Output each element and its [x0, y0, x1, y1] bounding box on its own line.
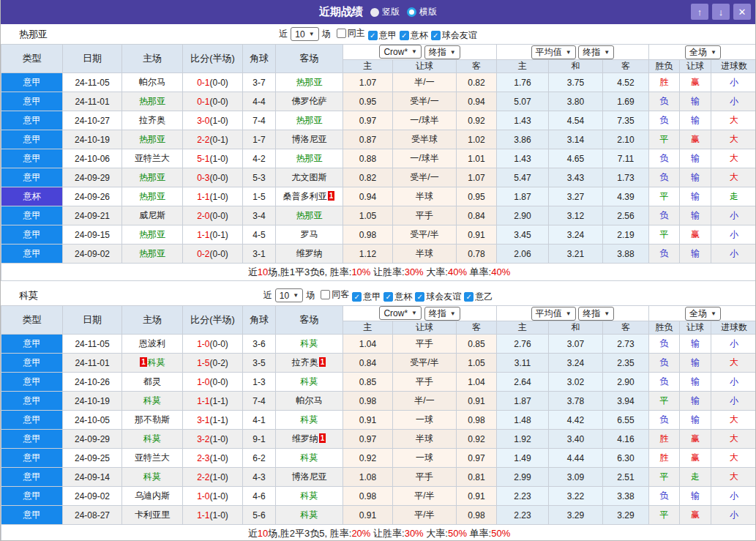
filter-checkbox-item[interactable]: 同客 — [321, 288, 349, 301]
summary-segment: 近 — [248, 528, 258, 539]
layout-radio-vertical[interactable]: 竖版 — [370, 6, 400, 18]
filter-checkbox-item[interactable]: ✓球会友谊 — [415, 291, 461, 303]
avg-draw-cell: 3.22 — [549, 487, 603, 506]
fulltime-score: 1-1 — [197, 510, 209, 521]
avg-away-cell: 2.73 — [603, 335, 649, 354]
checkbox-checked-icon[interactable]: ✓ — [464, 292, 474, 302]
filter-bar: 近 10 ▼ 场 同客✓意甲✓意杯✓球会友谊✓意乙 — [263, 288, 493, 303]
summary-segment: 让胜率: — [370, 528, 404, 539]
avg-home-cell: 1.49 — [497, 449, 549, 468]
games-count-select[interactable]: 10 ▼ — [275, 288, 303, 302]
checkbox-checked-icon[interactable]: ✓ — [352, 292, 362, 302]
games-count-select[interactable]: 10 ▼ — [291, 27, 318, 41]
filter-checkbox-label: 意杯 — [411, 29, 428, 42]
result-goals-cell: 大 — [711, 430, 756, 449]
bookmaker-select[interactable]: Crow*▼ — [379, 306, 422, 320]
filter-checkbox-item[interactable]: ✓意杯 — [400, 29, 428, 42]
away-team-cell: 热那亚 — [276, 111, 343, 130]
move-down-button[interactable]: ↓ — [712, 4, 730, 20]
result-goals-cell: 大 — [711, 168, 756, 187]
halftime-score: (0-1) — [210, 230, 228, 240]
close-button[interactable]: ✕ — [733, 4, 751, 20]
checkbox-checked-icon[interactable]: ✓ — [400, 31, 409, 40]
odds-away-cell: 0.98 — [457, 506, 497, 525]
odds-handicap-cell: 受平/半 — [393, 225, 457, 245]
col-avg-draw: 和 — [549, 60, 603, 73]
result-handicap-cell: 赢 — [680, 506, 711, 525]
layout-radio-horizontal[interactable]: 横版 — [407, 6, 437, 18]
filter-checkbox-label: 意杯 — [394, 291, 412, 303]
avg-home-cell: 5.47 — [497, 168, 549, 187]
avg-time-select[interactable]: 终指▼ — [578, 307, 614, 321]
team-label: 恩波利 — [139, 338, 165, 348]
checkbox-checked-icon[interactable]: ✓ — [415, 292, 424, 302]
team-label: 乌迪内斯 — [135, 490, 170, 501]
home-team-cell: 科莫 — [122, 468, 183, 487]
period-select[interactable]: 全场▼ — [685, 45, 721, 59]
bookmaker-select[interactable]: Crow*▼ — [379, 45, 422, 59]
summary-segment: 场,胜1平3负6, 胜率: — [268, 266, 351, 277]
date-cell: 24-09-02 — [63, 245, 122, 264]
table-row: 意甲24-11-01热那亚0-1(0-0)4-4佛罗伦萨0.95受半/一0.94… — [1, 92, 756, 111]
home-team-cell: 科莫 — [122, 392, 183, 411]
team-label: 维罗纳 — [292, 433, 318, 444]
filter-checkbox-item[interactable]: ✓球会友谊 — [431, 29, 477, 42]
type-cell: 意甲 — [1, 245, 63, 264]
odds-time-select[interactable]: 终指▼ — [424, 307, 460, 321]
filter-checkbox-label: 同主 — [348, 27, 365, 40]
team-name: 热那亚 — [19, 28, 48, 41]
odds-away-cell: 1.02 — [457, 130, 497, 149]
team-label: 帕尔马 — [139, 77, 165, 87]
summary-segment: 20% — [351, 528, 370, 539]
result-goals-cell: 小 — [711, 245, 756, 264]
chevron-down-icon: ▼ — [293, 292, 299, 299]
results-tbody: 意甲24-11-05恩波利1-0(0-0)3-6科莫1.04平手0.852.76… — [1, 335, 756, 525]
col-avg-draw: 和 — [549, 321, 603, 335]
odds-handicap-cell: 半球 — [393, 245, 457, 264]
radio-selected-icon[interactable] — [407, 7, 416, 17]
filter-checkbox-item[interactable]: 同主 — [337, 27, 365, 40]
score-cell: 1-0(0-0) — [183, 335, 243, 354]
filter-checkbox-item[interactable]: ✓意乙 — [464, 291, 493, 303]
filter-checkbox-label: 意乙 — [475, 291, 493, 303]
avg-home-cell: 3.11 — [497, 354, 549, 373]
table-row: 意甲24-11-05帕尔马0-1(0-0)3-7热那亚1.07半/一0.821.… — [1, 73, 756, 92]
summary-segment: 单率: — [467, 528, 491, 539]
result-handicap-cell: 输 — [680, 411, 711, 430]
checkbox-checked-icon[interactable]: ✓ — [383, 292, 393, 302]
filter-checkbox-label: 球会友谊 — [442, 29, 477, 42]
checkbox-checked-icon[interactable]: ✓ — [431, 31, 441, 40]
corner-cell: 1-7 — [243, 130, 276, 149]
odds-home-cell: 1.04 — [343, 335, 393, 354]
result-wl-cell: 负 — [649, 354, 680, 373]
avg-draw-cell: 3.02 — [549, 373, 603, 392]
move-up-button[interactable]: ↑ — [691, 4, 708, 20]
home-team-cell: 热那亚 — [122, 245, 183, 264]
odds-away-cell: 0.85 — [457, 335, 497, 354]
table-row: 意甲24-09-25亚特兰大2-3(1-0)6-2科莫0.92一球0.971.4… — [1, 449, 756, 468]
odds-time-select[interactable]: 终指▼ — [424, 45, 460, 59]
avg-time-select[interactable]: 终指▼ — [578, 45, 614, 59]
filter-checkbox-item[interactable]: ✓意杯 — [383, 291, 412, 303]
home-team-cell: 亚特兰大 — [122, 149, 183, 168]
odds-away-cell: 0.94 — [457, 92, 497, 111]
score-cell: 1-1(0-1) — [183, 225, 243, 245]
average-select[interactable]: 平均值▼ — [531, 307, 576, 321]
avg-draw-cell: 3.09 — [549, 468, 603, 487]
avg-home-cell: 1.48 — [497, 411, 549, 430]
summary-segment: 近 — [248, 266, 258, 277]
summary-segment: 大率: — [424, 266, 448, 277]
checkbox-unchecked-icon[interactable] — [337, 29, 346, 38]
radio-unselected-icon[interactable] — [370, 8, 379, 17]
average-select[interactable]: 平均值▼ — [531, 45, 576, 59]
result-handicap-cell: 输 — [680, 187, 711, 206]
checkbox-checked-icon[interactable]: ✓ — [368, 31, 378, 40]
filter-checkbox-item[interactable]: ✓意甲 — [368, 29, 397, 42]
type-cell: 意甲 — [1, 92, 63, 111]
filter-checkbox-item[interactable]: ✓意甲 — [352, 291, 381, 303]
matches-label: 场 — [306, 289, 315, 302]
period-select[interactable]: 全场▼ — [685, 307, 721, 321]
team-label: 博洛尼亚 — [292, 134, 327, 144]
checkbox-unchecked-icon[interactable] — [321, 290, 330, 299]
score-cell: 2-2(0-1) — [183, 130, 243, 149]
